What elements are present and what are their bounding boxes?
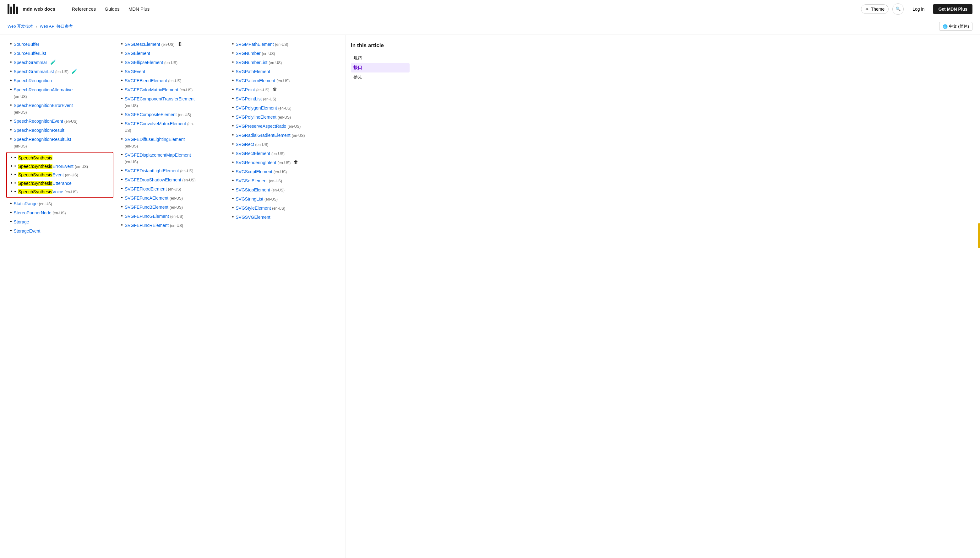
bullet: • — [15, 180, 16, 185]
link-svgfeblendelement[interactable]: SVGFEBlendElement (en-US) — [125, 77, 181, 84]
breadcrumb-web-api[interactable]: Web API 接口参考 — [40, 23, 73, 29]
mark-speechsynthesisevent: SpeechSynthesis — [18, 172, 53, 177]
get-mdn-plus-button[interactable]: Get MDN Plus — [933, 4, 972, 14]
link-svgmpathelement[interactable]: SVGMPathElement (en-US) — [236, 41, 288, 48]
language-button[interactable]: 🌐 中文 (简体) — [939, 22, 972, 31]
list-item: SourceBufferList — [10, 49, 114, 58]
link-svgfecomponenttransferelement[interactable]: SVGFEComponentTransferElement(en-US) — [125, 96, 195, 109]
nav-references[interactable]: References — [68, 4, 100, 14]
list-item: SVGDescElement (en-US) 🗑 — [121, 40, 224, 49]
content-area: SourceBuffer SourceBufferList SpeechGram… — [0, 35, 346, 558]
link-speechsynthesiserrorevent[interactable]: SpeechSynthesisErrorEvent (en-US) — [18, 163, 88, 170]
link-sourcebuffer[interactable]: SourceBuffer — [14, 41, 39, 48]
list-item: SpeechRecognitionAlternative(en-US) — [10, 85, 114, 101]
link-storageevent[interactable]: StorageEvent — [14, 228, 41, 235]
list-item: StorageEvent — [10, 226, 114, 236]
link-svgfedisplacementmapelement[interactable]: SVGFEDisplacementMapElement(en-US) — [125, 152, 191, 165]
list-item: Storage — [10, 217, 114, 226]
link-svgrectelement[interactable]: SVGRectElement (en-US) — [236, 150, 285, 157]
nav-guides[interactable]: Guides — [101, 4, 124, 14]
list-item: SpeechGrammarList (en-US) 🧪 — [10, 67, 114, 76]
col1-list: SourceBuffer SourceBufferList SpeechGram… — [10, 40, 114, 151]
link-svgfecompositeelement[interactable]: SVGFECompositeElement (en-US) — [125, 112, 191, 118]
link-speechsynthesisvoice[interactable]: SpeechSynthesisVoice (en-US) — [18, 189, 77, 195]
link-svgellipseelement[interactable]: SVGEllipseElement (en-US) — [125, 59, 178, 66]
link-svgpoint[interactable]: SVGPoint (en-US) — [236, 87, 269, 93]
link-svgsvgelement[interactable]: SVGSVGElement — [236, 214, 270, 221]
toc-item-seealso[interactable]: 参见 — [351, 72, 410, 82]
link-svgelement[interactable]: SVGElement — [125, 50, 150, 57]
link-speechrecognitionalternative[interactable]: SpeechRecognitionAlternative(en-US) — [14, 87, 73, 100]
link-svgnumberlist[interactable]: SVGNumberList (en-US) — [236, 59, 282, 66]
link-svgpathelement[interactable]: SVGPathElement — [236, 69, 270, 75]
link-svgdescelement[interactable]: SVGDescElement (en-US) — [125, 41, 175, 48]
link-svgradialgradientelement[interactable]: SVGRadialGradientElement (en-US) — [236, 132, 305, 139]
link-svgevent[interactable]: SVGEvent — [125, 69, 145, 75]
link-speechrecognitionresultlist[interactable]: SpeechRecognitionResultList(en-US) — [14, 136, 71, 149]
link-svgfedropshadowelement[interactable]: SVGFEDropShadowElement (en-US) — [125, 177, 196, 183]
link-stereopannernode[interactable]: StereoPannerNode (en-US) — [14, 210, 66, 216]
breadcrumb-web-dev[interactable]: Web 开发技术 — [8, 23, 33, 29]
link-svgsetelement[interactable]: SVGSetElement (en-US) — [236, 177, 282, 184]
link-columns: SourceBuffer SourceBufferList SpeechGram… — [10, 40, 336, 236]
link-column-3: SVGMPathElement (en-US) SVGNumber (en-US… — [232, 40, 336, 236]
header-right: ☀ Theme 🔍 Log in Get MDN Plus — [861, 3, 972, 15]
list-item: SVGEllipseElement (en-US) — [121, 58, 224, 67]
list-item: SVGRectElement (en-US) — [232, 149, 336, 158]
highlight-list: • SpeechSynthesis • SpeechSynthesisError… — [11, 154, 109, 196]
link-svgscriptelement[interactable]: SVGScriptElement (en-US) — [236, 169, 287, 175]
link-speechgrammar[interactable]: SpeechGrammar — [14, 59, 48, 66]
toc-item-spec[interactable]: 规范 — [351, 54, 410, 63]
link-speechrecognitionevent[interactable]: SpeechRecognitionEvent (en-US) — [14, 118, 77, 125]
link-svgfediffuselightingelement[interactable]: SVGFEDiffuseLightingElement(en-US) — [125, 136, 185, 149]
link-speechrecognitionerrorevent[interactable]: SpeechRecognitionErrorEvent(en-US) — [14, 102, 73, 115]
link-sourcebufferlist[interactable]: SourceBufferList — [14, 50, 46, 57]
link-svgpolygonelement[interactable]: SVGPolygonElement (en-US) — [236, 105, 291, 112]
link-svgrect[interactable]: SVGRect (en-US) — [236, 141, 268, 148]
theme-button[interactable]: ☀ Theme — [861, 4, 889, 14]
list-item: SVGScriptElement (en-US) — [232, 167, 336, 176]
link-staticrange[interactable]: StaticRange (en-US) — [14, 200, 52, 207]
link-svgfecolormatrixelement[interactable]: SVGFEColorMatrixElement (en-US) — [125, 87, 193, 93]
link-svgstopelement[interactable]: SVGStopElement (en-US) — [236, 187, 285, 193]
link-storage[interactable]: Storage — [14, 219, 29, 225]
toc-link-interface[interactable]: 接口 — [353, 65, 362, 70]
search-button[interactable]: 🔍 — [893, 3, 904, 15]
link-svgfeconvolvematrixelement[interactable]: SVGFEConvolveMatrixElement (en-US) — [125, 120, 194, 134]
list-item: SVGFEDisplacementMapElement(en-US) — [121, 151, 224, 166]
link-speechsynthesisevent[interactable]: SpeechSynthesisEvent (en-US) — [18, 172, 78, 178]
toc-link-spec[interactable]: 规范 — [353, 56, 362, 61]
list-item: • SpeechSynthesisUtterance — [11, 179, 109, 188]
link-svgstyleelement[interactable]: SVGStyleElement (en-US) — [236, 205, 285, 212]
nav-mdn-plus[interactable]: MDN Plus — [125, 4, 153, 14]
toc-link-seealso[interactable]: 参见 — [353, 74, 362, 79]
link-svgpreserveaspectratio[interactable]: SVGPreserveAspectRatio (en-US) — [236, 123, 301, 130]
link-speechsynthesisutterance[interactable]: SpeechSynthesisUtterance — [18, 180, 72, 187]
list-item: StereoPannerNode (en-US) — [10, 208, 114, 217]
link-svgnumber[interactable]: SVGNumber (en-US) — [236, 50, 275, 57]
link-svgrenderingintent[interactable]: SVGRenderingIntent (en-US) — [236, 159, 290, 166]
link-svgpatternelement[interactable]: SVGPatternElement (en-US) — [236, 77, 290, 84]
link-svgpointlist[interactable]: SVGPointList (en-US) — [236, 96, 276, 102]
link-speechsynthesis[interactable]: SpeechSynthesis — [18, 155, 53, 161]
login-button[interactable]: Log in — [908, 5, 929, 13]
list-item: StaticRange (en-US) — [10, 199, 114, 208]
link-svgfefuncaelement[interactable]: SVGFEFuncAElement (en-US) — [125, 195, 183, 202]
mark-speechsynthesis: SpeechSynthesis — [18, 155, 53, 160]
link-svgfefuncrelement[interactable]: SVGFEFuncRElement (en-US) — [125, 222, 183, 229]
logo[interactable]: mdn web docs_ — [8, 4, 58, 14]
link-svgstringlist[interactable]: SVGStringList (en-US) — [236, 196, 278, 202]
theme-label: Theme — [871, 7, 885, 11]
link-svgfedistantlightelement[interactable]: SVGFEDistantLightElement (en-US) — [125, 167, 193, 174]
link-svgfefloodelement[interactable]: SVGFEFloodElement (en-US) — [125, 186, 181, 192]
link-svgfefuncgelement[interactable]: SVGFEFuncGElement (en-US) — [125, 213, 183, 220]
link-speechrecognitionresult[interactable]: SpeechRecognitionResult — [14, 127, 64, 134]
link-column-2: SVGDescElement (en-US) 🗑 SVGElement SVGE… — [121, 40, 224, 236]
list-item: SVGFEDiffuseLightingElement(en-US) — [121, 135, 224, 151]
toc-item-interface[interactable]: 接口 — [351, 63, 410, 72]
list-item: SVGPolylineElement (en-US) — [232, 113, 336, 122]
link-speechrecognition[interactable]: SpeechRecognition — [14, 77, 52, 84]
link-svgfefuncbelement[interactable]: SVGFEFuncBElement (en-US) — [125, 204, 183, 210]
link-speechgrammarlist[interactable]: SpeechGrammarList (en-US) — [14, 69, 69, 75]
link-svgpolylineelement[interactable]: SVGPolylineElement (en-US) — [236, 114, 291, 120]
